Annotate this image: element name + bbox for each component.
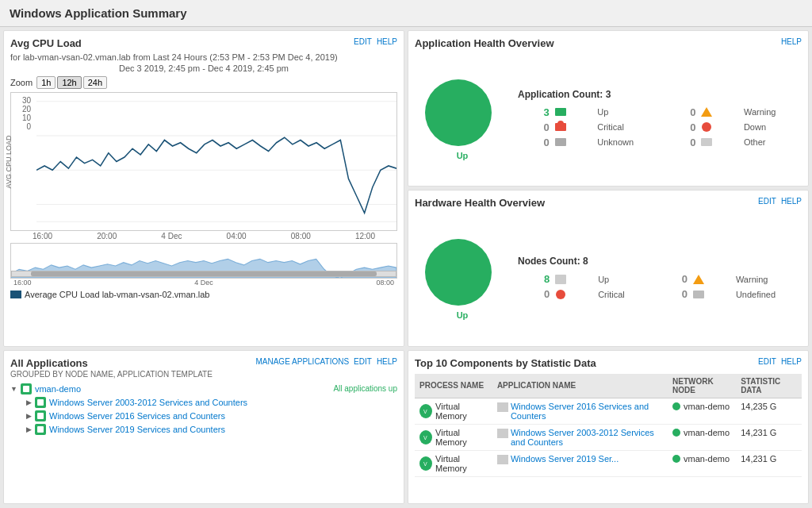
list-item: ▶ Windows Server 2003-2012 Services and …	[26, 397, 397, 408]
hw-health-title: Hardware Health Overview	[415, 197, 545, 209]
cpu-chart: 30 20 10 0 AVG CPU LOAD	[10, 92, 397, 231]
app-other-label: Other	[744, 137, 802, 147]
hw-up-label: Up	[598, 275, 651, 284]
node-dot	[672, 455, 680, 463]
table-row: V Virtual Memory Windows Server 2003-201…	[415, 424, 802, 450]
node-cell: vman-demo	[668, 424, 736, 450]
app-up-count: 3	[518, 106, 550, 118]
list-item: ▶ Windows Server 2016 Services and Count…	[26, 410, 397, 421]
hw-edit-btn[interactable]: EDIT	[758, 197, 776, 206]
child-name-2[interactable]: Windows Server 2016 Services and Counter…	[49, 411, 225, 421]
zoom-24h-btn[interactable]: 24h	[83, 76, 107, 89]
hw-help-btn[interactable]: HELP	[781, 197, 802, 206]
app-tree: ▼ vman-demo All applications up ▶	[10, 383, 397, 435]
table-row: V Virtual Memory Windows Server 2019 Ser…	[415, 450, 802, 476]
x-axis-labels: 16:00 20:00 4 Dec 04:00 08:00 12:00	[10, 231, 397, 241]
stat-cell: 14,231 G	[736, 450, 802, 476]
app-name-icon	[497, 402, 508, 412]
appname-cell: Windows Server 2016 Services and Counter…	[492, 398, 668, 424]
manage-apps-btn[interactable]: MANAGE APPLICATIONS	[255, 357, 349, 366]
hw-undefined-count: 0	[656, 288, 688, 300]
app-health-help-btn[interactable]: HELP	[781, 37, 802, 46]
table-row: V Virtual Memory Windows Server 2016 Ser…	[415, 398, 802, 424]
svg-point-7	[425, 239, 492, 306]
process-icon: V	[419, 404, 432, 418]
svg-rect-9	[37, 399, 44, 406]
app-count-label: Application Count: 3	[518, 89, 802, 100]
apps-edit-btn[interactable]: EDIT	[354, 357, 372, 366]
hw-health-pie: Up	[415, 234, 510, 321]
svg-rect-11	[37, 426, 44, 433]
hw-warning-label: Warning	[736, 275, 802, 284]
list-item: ▶ Windows Server 2019 Services and Count…	[26, 424, 397, 435]
app-other-count: 0	[665, 137, 696, 148]
hw-critical-count: 0	[518, 288, 550, 300]
hw-critical-label: Critical	[598, 290, 651, 299]
svg-text:V: V	[423, 461, 427, 467]
cpu-help-btn[interactable]: HELP	[377, 37, 397, 46]
child-name-3[interactable]: Windows Server 2019 Services and Counter…	[49, 425, 225, 434]
hw-up-count: 8	[518, 273, 550, 285]
legend-box	[10, 291, 21, 298]
appname-cell: Windows Server 2019 Ser...	[492, 450, 668, 476]
hw-count-label: Nodes Count: 8	[518, 256, 802, 267]
process-cell: V Virtual Memory	[415, 450, 492, 476]
process-icon: V	[419, 456, 432, 471]
zoom-1h-btn[interactable]: 1h	[36, 76, 56, 89]
hw-health-panel: Hardware Health Overview EDIT HELP Up No…	[408, 190, 809, 346]
process-cell: V Virtual Memory	[415, 398, 492, 424]
app-critical-label: Critical	[597, 122, 659, 132]
zoom-label: Zoom	[10, 78, 33, 87]
group-status: All applications up	[333, 384, 397, 393]
app-down-label: Down	[744, 122, 802, 132]
stat-cell: 14,235 G	[736, 398, 802, 424]
top10-help-btn[interactable]: HELP	[781, 357, 802, 366]
col-process: PROCESS NAME	[415, 374, 492, 398]
svg-text:V: V	[423, 435, 427, 441]
cpu-edit-btn[interactable]: EDIT	[354, 37, 372, 46]
child-expand-arrow-3[interactable]: ▶	[26, 425, 32, 433]
top10-title: Top 10 Components by Statistic Data	[415, 357, 596, 369]
process-cell: V Virtual Memory	[415, 424, 492, 450]
app-health-title: Application Health Overview	[415, 37, 554, 49]
zoom-12h-btn[interactable]: 12h	[57, 76, 81, 89]
apps-groupby: GROUPED BY NODE NAME, APPLICATION TEMPLA…	[10, 370, 213, 379]
app-warning-count: 0	[665, 106, 696, 118]
page-title: Windows Application Summary	[0, 0, 812, 27]
col-node: NETWORK NODE	[668, 374, 736, 398]
app-critical-count: 0	[518, 121, 550, 133]
app-children: ▶ Windows Server 2003-2012 Services and …	[26, 397, 397, 435]
node-dot	[672, 429, 680, 437]
app-group: ▼ vman-demo All applications up ▶	[10, 383, 397, 435]
svg-rect-8	[23, 386, 29, 392]
apps-help-btn[interactable]: HELP	[377, 357, 397, 366]
child-expand-arrow-1[interactable]: ▶	[26, 398, 32, 406]
y-axis-label: AVG CPU LOAD	[5, 135, 13, 188]
mini-chart	[10, 243, 397, 279]
node-cell: vman-demo	[668, 398, 736, 424]
svg-text:V: V	[423, 409, 427, 414]
process-icon: V	[419, 430, 432, 444]
group-name[interactable]: vman-demo	[35, 384, 81, 394]
child-icon-1	[35, 397, 46, 408]
top10-table: PROCESS NAME APPLICATION NAME NETWORK NO…	[415, 374, 802, 477]
top10-edit-btn[interactable]: EDIT	[758, 357, 776, 366]
mini-x-labels: 16:00 4 Dec 08:00	[10, 279, 397, 287]
hw-pie-label: Up	[457, 310, 469, 320]
app-pie-label: Up	[457, 151, 469, 160]
stat-cell: 14,231 G	[736, 424, 802, 450]
top10-panel: Top 10 Components by Statistic Data EDIT…	[408, 350, 809, 504]
hw-warning-count: 0	[656, 273, 688, 285]
group-expand-arrow[interactable]: ▼	[10, 385, 17, 393]
app-health-pie: Up	[415, 75, 510, 162]
app-up-label: Up	[597, 107, 659, 117]
cpu-load-panel: Avg CPU Load EDIT HELP for lab-vman-vsan…	[3, 30, 404, 347]
app-warning-label: Warning	[744, 107, 802, 117]
child-expand-arrow-2[interactable]: ▶	[26, 412, 32, 420]
app-health-panel: Application Health Overview HELP Up Appl…	[408, 30, 809, 187]
child-name-1[interactable]: Windows Server 2003-2012 Services and Co…	[49, 398, 247, 407]
col-stat: STATISTIC DATA	[736, 374, 802, 398]
col-appname: APPLICATION NAME	[492, 374, 668, 398]
node-dot	[672, 402, 680, 410]
cpu-meta: for lab-vman-vsan-02.vman.lab from Last …	[10, 52, 397, 62]
